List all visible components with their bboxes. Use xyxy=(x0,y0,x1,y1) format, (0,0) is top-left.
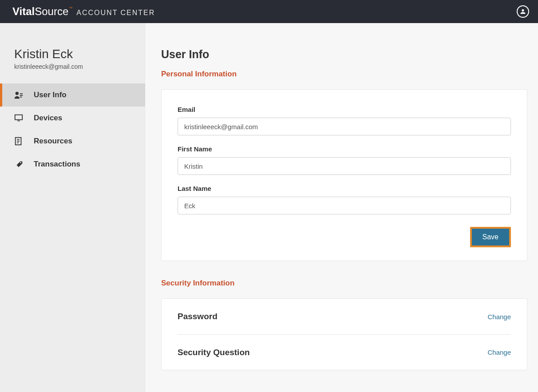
last-name-input[interactable] xyxy=(178,197,511,214)
svg-rect-2 xyxy=(20,95,23,96)
personal-info-card: Email First Name Last Name Save xyxy=(161,89,527,261)
sidebar-item-label: Devices xyxy=(34,114,62,123)
devices-icon xyxy=(13,113,24,123)
brand-logo: VitalSource™ xyxy=(12,5,72,18)
sidebar: Kristin Eck kristinleeeck@gmail.com User… xyxy=(0,23,145,392)
security-row-password: Password Change xyxy=(178,299,511,334)
password-label: Password xyxy=(178,312,218,321)
svg-rect-3 xyxy=(20,97,22,98)
save-button[interactable]: Save xyxy=(472,229,509,245)
profile-icon[interactable] xyxy=(517,5,529,18)
resources-icon xyxy=(13,136,24,146)
form-group-first-name: First Name xyxy=(178,145,511,175)
first-name-input[interactable] xyxy=(178,157,511,175)
brand-sub: ACCOUNT CENTER xyxy=(76,9,155,17)
topbar: VitalSource™ ACCOUNT CENTER xyxy=(0,0,538,23)
form-group-email: Email xyxy=(178,106,511,135)
sidebar-user-block: Kristin Eck kristinleeeck@gmail.com xyxy=(0,47,145,83)
svg-rect-1 xyxy=(20,93,23,94)
section-personal-title: Personal Information xyxy=(161,70,527,79)
sidebar-item-devices[interactable]: Devices xyxy=(0,107,145,130)
svg-rect-5 xyxy=(17,139,20,140)
brand-vital: Vital xyxy=(12,5,35,17)
first-name-label: First Name xyxy=(178,145,511,153)
email-label: Email xyxy=(178,106,511,113)
security-question-label: Security Question xyxy=(178,348,250,357)
sidebar-item-label: Resources xyxy=(34,137,72,146)
page-title: User Info xyxy=(161,48,527,61)
sidebar-item-label: User Info xyxy=(34,91,67,99)
email-input[interactable] xyxy=(178,118,511,135)
sidebar-item-transactions[interactable]: Transactions xyxy=(0,153,145,176)
svg-point-8 xyxy=(20,162,21,163)
transactions-icon xyxy=(13,159,24,169)
last-name-label: Last Name xyxy=(178,185,511,192)
sidebar-item-label: Transactions xyxy=(34,160,80,169)
sidebar-item-user-info[interactable]: User Info xyxy=(0,83,145,107)
sidebar-user-email: kristinleeeck@gmail.com xyxy=(14,63,145,70)
change-question-link[interactable]: Change xyxy=(487,348,511,356)
svg-point-0 xyxy=(16,92,19,95)
form-group-last-name: Last Name xyxy=(178,185,511,214)
main-content: User Info Personal Information Email Fir… xyxy=(145,23,538,392)
security-card: Password Change Security Question Change xyxy=(161,298,527,370)
save-highlight: Save xyxy=(470,227,511,247)
section-security-title: Security Information xyxy=(161,279,527,288)
security-row-question: Security Question Change xyxy=(178,334,511,370)
change-password-link[interactable]: Change xyxy=(487,313,511,321)
sidebar-user-name: Kristin Eck xyxy=(14,47,145,61)
form-actions: Save xyxy=(178,227,511,247)
svg-rect-6 xyxy=(17,141,20,142)
sidebar-item-resources[interactable]: Resources xyxy=(0,130,145,153)
brand-tm: ™ xyxy=(69,6,72,10)
user-info-icon xyxy=(13,90,24,100)
brand: VitalSource™ ACCOUNT CENTER xyxy=(12,5,155,18)
svg-rect-7 xyxy=(17,143,19,143)
brand-source: Source xyxy=(35,5,68,17)
